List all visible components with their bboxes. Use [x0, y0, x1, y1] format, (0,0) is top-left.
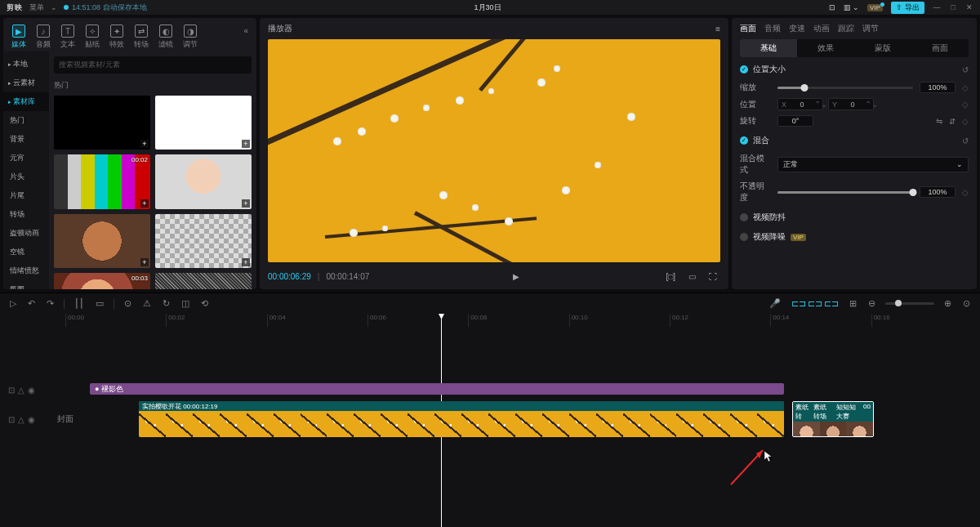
sidenav-item[interactable]: 盗顿动画 — [3, 224, 49, 243]
sidenav-item[interactable]: 背景 — [3, 130, 49, 149]
sidenav-item[interactable]: 氛围 — [3, 280, 49, 289]
close-icon[interactable]: ✕ — [965, 3, 973, 11]
preview-icon[interactable]: ⊞ — [848, 297, 858, 310]
track-visible-icon[interactable]: ◉ — [28, 415, 35, 424]
player-viewport[interactable] — [268, 39, 720, 262]
zoom-out-icon[interactable]: ⊖ — [866, 297, 877, 310]
cover-label[interactable]: 封面 — [57, 413, 74, 425]
undo-icon[interactable]: ↶ — [26, 297, 37, 310]
ratio-icon[interactable]: ▭ — [685, 270, 699, 283]
mic-icon[interactable]: 🎤 — [768, 297, 782, 310]
tool-tab-媒体[interactable]: ▶媒体 — [8, 23, 29, 51]
add-icon[interactable]: + — [242, 199, 250, 208]
flip-h-icon[interactable]: ⇋ — [936, 117, 942, 126]
sub-tab[interactable]: 基础 — [740, 39, 797, 57]
prop-tab[interactable]: 动画 — [813, 23, 830, 34]
media-thumbnail[interactable]: + — [155, 214, 252, 268]
add-icon[interactable]: + — [140, 140, 149, 148]
player-menu-icon[interactable]: ≡ — [715, 25, 720, 33]
search-input[interactable]: 搜索视频素材/元素 — [54, 56, 252, 74]
sidenav-item[interactable]: 片头 — [3, 167, 49, 186]
sidenav-item[interactable]: ▸素材库 — [3, 92, 49, 111]
position-x-input[interactable]: X0⌃⌄ — [777, 98, 823, 110]
sidenav-item[interactable]: 元宵 — [3, 149, 49, 167]
sidenav-item[interactable]: 空镜 — [3, 243, 49, 261]
tool-tab-滤镜[interactable]: ◐滤镜 — [155, 23, 176, 51]
filter-clip[interactable]: ● 褪影色 — [90, 383, 784, 395]
sidenav-item[interactable]: ▸本地 — [3, 55, 49, 74]
delete-icon[interactable]: ▭ — [94, 297, 105, 310]
zoom-in-icon[interactable]: ⊕ — [942, 297, 953, 310]
media-thumbnail[interactable]: 00:03+ — [54, 273, 150, 289]
tool-tab-转场[interactable]: ⇄转场 — [131, 23, 152, 51]
maximize-icon[interactable]: □ — [949, 3, 957, 11]
snap-icon[interactable]: ⊏⊐ — [824, 298, 839, 308]
tool-tab-文本[interactable]: T文本 — [57, 23, 78, 51]
blend-toggle[interactable]: ✓ — [740, 136, 748, 145]
sub-tab[interactable]: 蒙版 — [854, 39, 911, 57]
add-icon[interactable]: + — [242, 258, 250, 266]
media-thumbnail[interactable]: + — [155, 273, 252, 289]
opacity-value[interactable]: 100% — [920, 186, 956, 198]
reset-icon[interactable]: ↺ — [962, 136, 969, 145]
add-icon[interactable]: + — [140, 258, 149, 266]
split-icon[interactable]: ⎮⎮ — [73, 297, 86, 310]
sub-tab[interactable]: 效果 — [797, 39, 854, 57]
prop-tab[interactable]: 变速 — [789, 23, 805, 34]
opacity-slider[interactable] — [777, 191, 913, 194]
video-clip-main[interactable]: 实拍樱歌开花 00:00:12:19 — [139, 401, 784, 437]
media-thumbnail[interactable]: + — [155, 154, 252, 208]
scale-value[interactable]: 100% — [920, 82, 956, 93]
tool-tab-特效[interactable]: ✦特效 — [106, 23, 127, 51]
track-mute-icon[interactable]: ⊡ — [8, 415, 15, 424]
fullscreen-icon[interactable]: ⛶ — [706, 270, 720, 283]
zoom-slider[interactable] — [885, 302, 934, 305]
link-icon[interactable]: ⊏⊐ — [808, 298, 822, 308]
play-button[interactable]: ▶ — [510, 270, 523, 283]
layout-icon[interactable]: ▥ ⌄ — [844, 3, 860, 11]
sidenav-item[interactable]: 转场 — [3, 205, 49, 224]
keyframe-icon[interactable]: ◇ — [962, 117, 969, 126]
media-thumbnail[interactable]: + — [155, 96, 252, 150]
rotate-icon[interactable]: ↻ — [161, 297, 172, 310]
select-tool-icon[interactable]: ▷ — [8, 297, 18, 310]
stabilize-toggle[interactable]: ✓ — [740, 213, 748, 221]
crop-icon[interactable]: ◫ — [180, 297, 191, 310]
track-lock-icon[interactable]: △ — [18, 415, 24, 424]
keyframe-icon[interactable]: ◇ — [962, 100, 969, 109]
feedback-icon[interactable]: ⊡ — [829, 3, 835, 11]
add-icon[interactable]: + — [242, 140, 250, 148]
reset-icon[interactable]: ↺ — [962, 65, 969, 74]
flip-v-icon[interactable]: ⇵ — [949, 117, 956, 126]
collapse-icon[interactable]: « — [240, 23, 252, 38]
tool-tab-调节[interactable]: ◑调节 — [180, 23, 201, 51]
export-button[interactable]: ⇧ 导出 — [891, 2, 924, 14]
tool-tab-音频[interactable]: ♪音频 — [33, 23, 54, 51]
prop-tab[interactable]: 跟踪 — [838, 23, 854, 34]
keyframe-icon[interactable]: ◇ — [962, 188, 969, 197]
timeline-ruler[interactable]: 00:0000:0200:0400:0600:0800:1000:1200:14… — [65, 314, 972, 327]
vip-badge[interactable]: VIP — [867, 4, 883, 11]
minimize-icon[interactable]: — — [933, 3, 941, 11]
sidenav-item[interactable]: 情绪愤怒 — [3, 261, 49, 280]
mirror-icon[interactable]: ⚠ — [141, 297, 153, 310]
pos-size-toggle[interactable]: ✓ — [740, 65, 748, 74]
track-visible-icon[interactable]: ◉ — [28, 386, 35, 395]
prop-tab[interactable]: 音频 — [764, 23, 781, 34]
scale-slider[interactable] — [777, 87, 913, 89]
sub-tab[interactable]: 画面 — [911, 39, 969, 57]
add-icon[interactable]: + — [140, 199, 149, 208]
prop-tab[interactable]: 调节 — [862, 23, 879, 34]
sidenav-item[interactable]: 热门 — [3, 111, 49, 130]
zoom-fit-icon[interactable]: ⊙ — [961, 297, 972, 310]
sidenav-item[interactable]: 片尾 — [3, 186, 49, 205]
rotation-value[interactable]: 0° — [777, 115, 813, 127]
chevron-down-icon[interactable]: ⌄ — [51, 3, 57, 11]
menu-button[interactable]: 菜单 — [29, 2, 44, 13]
blend-mode-select[interactable]: 正常⌄ — [777, 157, 969, 172]
prop-tab[interactable]: 画面 — [740, 23, 756, 34]
magnet-icon[interactable]: ⊏⊐ — [791, 298, 806, 308]
position-y-input[interactable]: Y0⌃⌄ — [828, 98, 874, 110]
denoise-toggle[interactable]: ✓ — [740, 233, 748, 241]
track-lock-icon[interactable]: △ — [18, 386, 24, 395]
